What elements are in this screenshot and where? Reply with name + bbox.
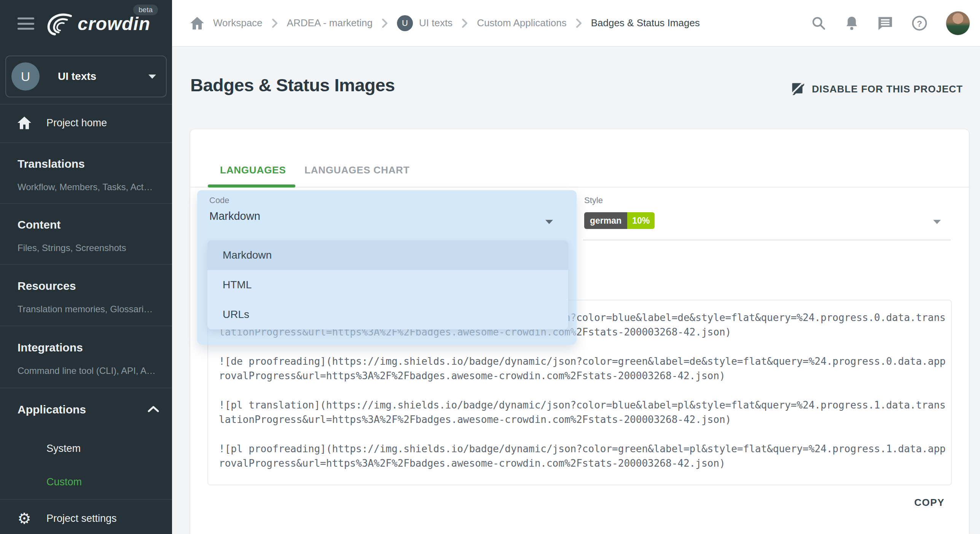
- breadcrumb: Workspace ARDEA - marketing U UI texts C…: [190, 0, 700, 46]
- dropdown-option-urls[interactable]: URLs: [207, 300, 568, 329]
- chat-icon[interactable]: [877, 16, 893, 31]
- code-line: rovalProgress&url=https%3A%2F%2Fbadges.a…: [219, 456, 951, 470]
- chevron-down-icon: [545, 220, 553, 224]
- copy-button[interactable]: COPY: [914, 497, 945, 509]
- sidebar-item-label: Project home: [46, 117, 107, 129]
- code-entry: ![pl translation](https://img.shields.io…: [219, 398, 951, 427]
- crowdin-wordmark: crowdin: [78, 13, 150, 34]
- code-line: ![pl translation](https://img.shields.io…: [219, 398, 951, 412]
- style-select[interactable]: german 10%: [584, 212, 655, 229]
- beta-badge: beta: [133, 5, 158, 15]
- sidebar-item-resources[interactable]: Resources Translation memories, Glossari…: [18, 280, 162, 315]
- chevron-right-icon: [272, 18, 278, 28]
- section-title: Content: [18, 218, 162, 231]
- chevron-down-icon: [933, 220, 941, 224]
- code-line: ![de proofreading](https://img.shields.i…: [219, 354, 951, 369]
- style-select-underline: [583, 240, 951, 240]
- project-avatar: U: [397, 15, 413, 31]
- sidebar-item-applications-custom[interactable]: Custom: [46, 476, 82, 488]
- page-title: Badges & Status Images: [190, 75, 395, 95]
- help-icon[interactable]: ?: [911, 15, 927, 31]
- code-select-label: Code: [209, 195, 229, 205]
- section-title: Applications: [18, 403, 162, 416]
- sidebar-item-project-home[interactable]: Project home: [0, 111, 172, 135]
- user-avatar[interactable]: [946, 11, 970, 35]
- sidebar-item-applications-system[interactable]: System: [46, 443, 81, 455]
- crowdin-logo[interactable]: crowdin: [44, 11, 150, 36]
- dropdown-option-html[interactable]: HTML: [207, 270, 568, 300]
- breadcrumb-item-custom-applications[interactable]: Custom Applications: [477, 17, 567, 29]
- chevron-right-icon: [576, 18, 582, 28]
- breadcrumb-item-current: Badges & Status Images: [591, 17, 700, 29]
- section-subtitle: Translation memories, Glossari…: [18, 304, 162, 315]
- project-avatar: U: [11, 62, 40, 91]
- chevron-right-icon: [382, 18, 388, 28]
- code-entry: ![pl proofreading](https://img.shields.i…: [219, 442, 951, 470]
- sidebar: crowdin beta U UI texts Project home Tra…: [0, 0, 172, 534]
- project-selector[interactable]: U UI texts: [5, 56, 167, 97]
- badges-card: LANGUAGES LANGUAGES CHART Code Markdown …: [190, 129, 969, 534]
- image-off-icon: [790, 81, 804, 97]
- tab-languages-chart[interactable]: LANGUAGES CHART: [304, 164, 410, 176]
- section-subtitle: Files, Strings, Screenshots: [18, 243, 162, 253]
- code-line: rovalProgress&url=https%3A%2F%2Fbadges.a…: [219, 369, 951, 383]
- code-line: lationProgress&url=https%3A%2F%2Fbadges.…: [219, 412, 951, 427]
- topbar: Workspace ARDEA - marketing U UI texts C…: [172, 0, 980, 47]
- code-select-value: Markdown: [209, 210, 260, 222]
- sidebar-item-project-settings[interactable]: ⚙ Project settings: [0, 507, 172, 530]
- tabs-divider: [190, 187, 969, 188]
- chevron-right-icon: [462, 18, 468, 28]
- bell-icon[interactable]: [845, 16, 859, 31]
- project-name: UI texts: [58, 56, 96, 97]
- search-icon[interactable]: [811, 16, 826, 31]
- active-tab-indicator: [208, 184, 295, 188]
- disable-button-label: DISABLE FOR THIS PROJECT: [812, 83, 963, 95]
- breadcrumb-item-project[interactable]: ARDEA - marketing: [287, 17, 373, 29]
- gear-icon: ⚙: [18, 511, 31, 526]
- sidebar-item-content[interactable]: Content Files, Strings, Screenshots: [18, 218, 162, 253]
- disable-for-project-button[interactable]: DISABLE FOR THIS PROJECT: [790, 81, 963, 97]
- home-icon[interactable]: [190, 17, 204, 30]
- section-title: Resources: [18, 280, 162, 292]
- crowdin-mark-icon: [44, 11, 74, 36]
- section-subtitle: Workflow, Members, Tasks, Act…: [18, 182, 162, 192]
- chevron-down-icon: [148, 75, 156, 79]
- sidebar-item-translations[interactable]: Translations Workflow, Members, Tasks, A…: [18, 157, 162, 192]
- section-title: Translations: [18, 157, 162, 170]
- dropdown-option-markdown[interactable]: Markdown: [207, 240, 568, 270]
- section-title: Integrations: [18, 341, 162, 354]
- hamburger-icon[interactable]: [18, 17, 34, 30]
- badge-value-segment: 10%: [627, 212, 655, 229]
- code-select-dropdown: Markdown HTML URLs: [207, 240, 568, 329]
- tab-languages[interactable]: LANGUAGES: [220, 164, 286, 176]
- svg-text:?: ?: [917, 18, 922, 28]
- chevron-up-icon: [148, 405, 159, 414]
- breadcrumb-item-ui-texts[interactable]: U UI texts: [397, 15, 453, 31]
- section-subtitle: Command line tool (CLI), API, A…: [18, 366, 162, 376]
- breadcrumb-label: UI texts: [419, 17, 453, 29]
- code-line: ![pl proofreading](https://img.shields.i…: [219, 442, 951, 456]
- sidebar-item-label: Project settings: [46, 513, 117, 524]
- code-entry: ![de proofreading](https://img.shields.i…: [219, 354, 951, 383]
- badge-label-segment: german: [584, 212, 627, 229]
- style-select-label: Style: [584, 195, 603, 205]
- sidebar-item-integrations[interactable]: Integrations Command line tool (CLI), AP…: [18, 341, 162, 376]
- home-icon: [18, 116, 31, 129]
- sidebar-item-applications[interactable]: Applications: [18, 403, 162, 416]
- breadcrumb-item-workspace[interactable]: Workspace: [213, 17, 263, 29]
